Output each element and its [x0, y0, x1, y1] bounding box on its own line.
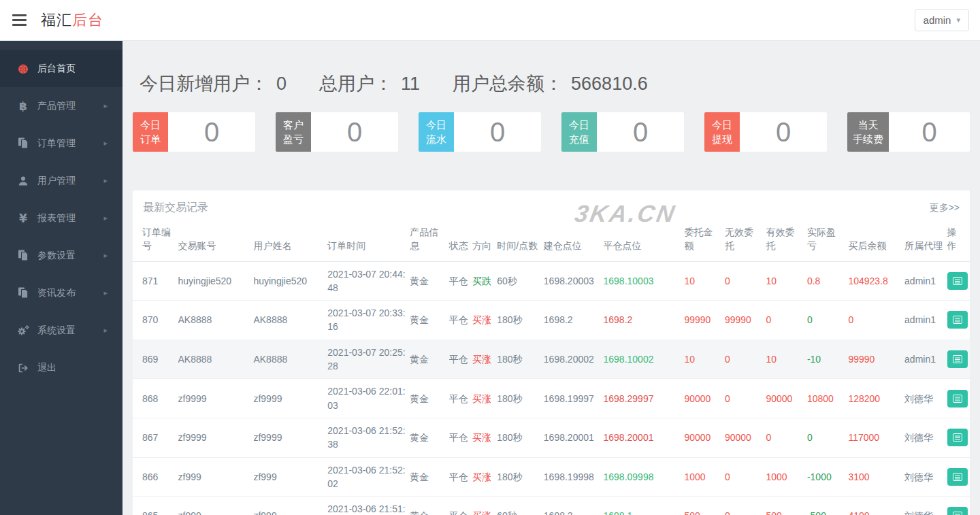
sidebar-item-label: 订单管理: [37, 137, 76, 150]
chevron-right-icon: ▸: [103, 176, 108, 185]
cell-order-time: 2021-03-06 21:52:02: [327, 457, 410, 497]
cell-user-name: AK8888: [253, 339, 327, 379]
cell-direction: 买涨: [472, 418, 497, 457]
cell-valid-entrust: 0: [766, 418, 806, 457]
card-label: 今日 提现: [704, 112, 740, 152]
view-order-button[interactable]: [947, 272, 968, 290]
cell-trade-account: zf999: [178, 497, 254, 515]
chevron-right-icon: ▸: [103, 326, 108, 335]
cell-agent: 刘德华: [904, 418, 947, 457]
cell-order-time: 2021-03-07 20:25:28: [327, 339, 410, 379]
sidebar-item-orders[interactable]: 订单管理 ▸: [0, 124, 122, 162]
cell-actions: [947, 301, 970, 340]
cell-agent: 刘德华: [904, 497, 947, 515]
brand-logo: 福汇后台: [41, 10, 103, 31]
documents-icon: [15, 287, 31, 299]
sidebar-item-news[interactable]: 资讯发布 ▸: [0, 274, 122, 312]
cell-agent: admin1: [904, 339, 947, 379]
sidebar-item-label: 后台首页: [37, 63, 76, 75]
cell-duration: 180秒: [497, 379, 544, 418]
view-order-button[interactable]: [947, 390, 968, 408]
cell-user-name: huyingjie520: [253, 261, 327, 301]
view-order-button[interactable]: [947, 311, 968, 329]
card-today-flow: 今日 流水 0: [419, 112, 541, 152]
view-order-button[interactable]: [947, 468, 968, 486]
table-row: 871huyingjie520huyingjie5202021-03-07 20…: [133, 261, 970, 301]
cell-valid-entrust: 0: [766, 301, 806, 340]
cell-status: 平仓: [449, 339, 472, 379]
col-entrust-amount: 委托金额: [684, 222, 724, 261]
cell-trade-account: AK8888: [178, 339, 254, 379]
hamburger-menu-button[interactable]: [12, 12, 29, 29]
table-row: 868zf9999zf99992021-03-06 22:01:03黄金平仓买涨…: [133, 379, 970, 418]
view-order-button[interactable]: [947, 350, 968, 368]
card-label: 今日 充值: [561, 112, 597, 152]
cell-entrust-amount: 1000: [684, 457, 724, 497]
cell-entrust-amount: 99990: [684, 301, 724, 340]
cell-user-name: zf999: [253, 457, 327, 497]
cell-actions: [947, 379, 970, 418]
sidebar-item-users[interactable]: 用户管理 ▸: [0, 162, 122, 199]
col-actual-profit: 实际盈亏: [807, 222, 848, 261]
cell-entrust-amount: 10: [684, 261, 724, 301]
more-link[interactable]: 更多>>: [930, 202, 960, 214]
orders-tbody: 871huyingjie520huyingjie5202021-03-07 20…: [133, 261, 970, 515]
admin-dropdown[interactable]: admin ▾: [915, 9, 969, 31]
stat-label: 总用户：: [319, 73, 393, 94]
cell-close-point: 1698.10002: [604, 339, 685, 379]
cell-balance-after: 104923.8: [848, 261, 904, 301]
cell-order-time: 2021-03-07 20:33:16: [327, 301, 410, 340]
sidebar-item-logout[interactable]: 退出: [0, 349, 122, 386]
card-customer-pnl: 客户 盈亏 0: [276, 112, 398, 152]
cell-valid-entrust: 10: [766, 339, 806, 379]
sidebar-item-parameters[interactable]: 参数设置 ▸: [0, 237, 122, 274]
user-icon: [15, 176, 31, 186]
cell-open-point: 1698.19997: [544, 379, 604, 418]
cell-status: 平仓: [449, 261, 472, 301]
card-value: 0: [597, 112, 684, 152]
admin-dropdown-label: admin: [924, 14, 951, 26]
cell-duration: 180秒: [497, 339, 544, 379]
cell-close-point: 1698.20001: [604, 418, 685, 457]
latest-trades-panel: 3KA.CN 最新交易记录 更多>> 订单编号交易账号用户姓名订单时间产品信息状…: [133, 190, 970, 515]
col-open-point: 建仓点位: [544, 222, 604, 261]
cell-agent: 刘德华: [904, 379, 947, 418]
cell-actual-profit: -10: [807, 339, 848, 379]
ladybug-icon: [15, 63, 31, 74]
cell-entrust-amount: 90000: [684, 418, 724, 457]
card-today-orders: 今日 订单 0: [133, 112, 255, 152]
card-label: 今日 订单: [133, 112, 168, 152]
cell-user-name: zf999: [253, 497, 327, 515]
cell-valid-entrust: 500: [766, 497, 806, 515]
col-valid-entrust: 有效委托: [766, 222, 806, 261]
cell-direction: 买涨: [472, 457, 497, 497]
cell-open-point: 1698.20002: [544, 339, 604, 379]
sidebar: 后台首页 ฿ 产品管理 ▸ 订单管理 ▸ 用户管理 ▸ ¥ 报表管理 ▸: [0, 41, 122, 515]
cell-entrust-amount: 10: [684, 339, 724, 379]
stat-cards: 今日 订单 0 客户 盈亏 0 今日 流水 0 今日 充值 0 今日 提现 0 …: [133, 112, 970, 152]
cell-close-point: 1698.1: [604, 497, 685, 515]
cell-product-info: 黄金: [410, 339, 448, 379]
sidebar-item-system-settings[interactable]: 系统设置 ▸: [0, 312, 122, 349]
view-order-button[interactable]: [947, 429, 968, 446]
table-row: 866zf999zf9992021-03-06 21:52:02黄金平仓买涨18…: [133, 457, 970, 497]
col-order-id: 订单编号: [133, 222, 178, 261]
cell-trade-account: huyingjie520: [178, 261, 254, 301]
stat-value: 566810.6: [571, 73, 648, 94]
top-header: 福汇后台 admin ▾: [0, 0, 980, 41]
cell-actions: [947, 418, 970, 457]
cell-user-name: AK8888: [253, 301, 327, 340]
col-product-info: 产品信息: [410, 222, 448, 261]
cell-user-name: zf9999: [253, 379, 327, 418]
stat-label: 用户总余额：: [453, 73, 563, 94]
col-order-time: 订单时间: [327, 222, 410, 261]
table-header-row: 订单编号交易账号用户姓名订单时间产品信息状态方向时间/点数建仓点位平仓点位委托金…: [133, 222, 970, 261]
view-order-button[interactable]: [947, 507, 968, 515]
sidebar-item-dashboard[interactable]: 后台首页: [0, 50, 122, 87]
sidebar-item-reports[interactable]: ¥ 报表管理 ▸: [0, 199, 122, 237]
cell-trade-account: zf999: [178, 457, 254, 497]
cell-actual-profit: -500: [807, 497, 848, 515]
sidebar-item-label: 系统设置: [37, 325, 76, 337]
sidebar-item-products[interactable]: ฿ 产品管理 ▸: [0, 87, 122, 124]
cell-actions: [947, 497, 970, 515]
